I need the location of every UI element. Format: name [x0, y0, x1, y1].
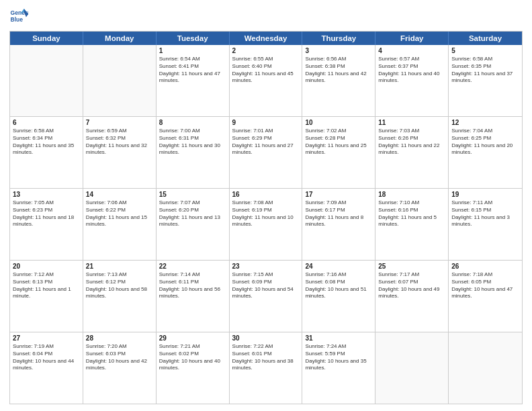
day-number: 29	[159, 334, 226, 342]
day-info: Sunrise: 6:54 AM Sunset: 6:41 PM Dayligh…	[159, 56, 226, 85]
day-info: Sunrise: 6:59 AM Sunset: 6:32 PM Dayligh…	[86, 128, 153, 156]
day-info: Sunrise: 7:19 AM Sunset: 6:04 PM Dayligh…	[13, 343, 80, 372]
cal-cell: 30Sunrise: 7:22 AM Sunset: 6:01 PM Dayli…	[230, 332, 303, 404]
cal-cell: 14Sunrise: 7:06 AM Sunset: 6:22 PM Dayli…	[83, 189, 157, 260]
cal-cell: 29Sunrise: 7:21 AM Sunset: 6:02 PM Dayli…	[157, 332, 230, 404]
cal-cell: 9Sunrise: 7:01 AM Sunset: 6:29 PM Daylig…	[230, 117, 303, 188]
cal-cell	[10, 45, 83, 116]
cal-cell: 25Sunrise: 7:17 AM Sunset: 6:07 PM Dayli…	[375, 261, 449, 332]
header-day-tuesday: Tuesday	[157, 32, 230, 45]
day-info: Sunrise: 7:13 AM Sunset: 6:12 PM Dayligh…	[86, 271, 153, 300]
page: General Blue SundayMondayTuesdayWednesda…	[0, 0, 532, 411]
day-number: 9	[232, 119, 300, 126]
day-number: 26	[451, 263, 519, 270]
cal-cell: 7Sunrise: 6:59 AM Sunset: 6:32 PM Daylig…	[83, 117, 157, 188]
day-number: 3	[305, 47, 372, 54]
day-info: Sunrise: 7:07 AM Sunset: 6:20 PM Dayligh…	[159, 199, 226, 228]
week-row-2: 6Sunrise: 6:58 AM Sunset: 6:34 PM Daylig…	[10, 117, 522, 189]
day-info: Sunrise: 6:58 AM Sunset: 6:35 PM Dayligh…	[451, 56, 519, 85]
day-info: Sunrise: 7:24 AM Sunset: 5:59 PM Dayligh…	[305, 343, 372, 372]
cal-cell: 21Sunrise: 7:13 AM Sunset: 6:12 PM Dayli…	[83, 261, 157, 332]
cal-cell	[449, 332, 522, 404]
week-row-5: 27Sunrise: 7:19 AM Sunset: 6:04 PM Dayli…	[10, 332, 522, 404]
day-info: Sunrise: 7:15 AM Sunset: 6:09 PM Dayligh…	[232, 271, 300, 300]
cal-cell: 22Sunrise: 7:14 AM Sunset: 6:11 PM Dayli…	[157, 261, 230, 332]
calendar: SundayMondayTuesdayWednesdayThursdayFrid…	[9, 31, 523, 404]
day-info: Sunrise: 7:10 AM Sunset: 6:16 PM Dayligh…	[378, 199, 445, 228]
day-info: Sunrise: 7:17 AM Sunset: 6:07 PM Dayligh…	[378, 271, 445, 300]
day-number: 16	[232, 191, 300, 198]
header-day-thursday: Thursday	[302, 32, 375, 45]
day-info: Sunrise: 7:00 AM Sunset: 6:31 PM Dayligh…	[159, 128, 226, 156]
day-info: Sunrise: 6:57 AM Sunset: 6:37 PM Dayligh…	[378, 56, 445, 85]
day-number: 23	[232, 263, 300, 270]
day-number: 18	[378, 191, 445, 198]
cal-cell: 17Sunrise: 7:09 AM Sunset: 6:17 PM Dayli…	[302, 189, 375, 260]
cal-cell: 2Sunrise: 6:55 AM Sunset: 6:40 PM Daylig…	[230, 45, 303, 116]
cal-cell: 15Sunrise: 7:07 AM Sunset: 6:20 PM Dayli…	[157, 189, 230, 260]
header-day-friday: Friday	[375, 32, 449, 45]
header-day-monday: Monday	[83, 32, 157, 45]
day-info: Sunrise: 7:18 AM Sunset: 6:05 PM Dayligh…	[451, 271, 519, 300]
day-number: 17	[305, 191, 372, 198]
day-info: Sunrise: 7:03 AM Sunset: 6:26 PM Dayligh…	[378, 128, 445, 156]
day-info: Sunrise: 6:56 AM Sunset: 6:38 PM Dayligh…	[305, 56, 372, 85]
day-info: Sunrise: 7:11 AM Sunset: 6:15 PM Dayligh…	[451, 199, 519, 228]
cal-cell: 28Sunrise: 7:20 AM Sunset: 6:03 PM Dayli…	[83, 332, 157, 404]
day-info: Sunrise: 7:22 AM Sunset: 6:01 PM Dayligh…	[232, 343, 300, 372]
day-info: Sunrise: 6:58 AM Sunset: 6:34 PM Dayligh…	[13, 128, 80, 156]
cal-cell: 5Sunrise: 6:58 AM Sunset: 6:35 PM Daylig…	[449, 45, 522, 116]
day-info: Sunrise: 7:06 AM Sunset: 6:22 PM Dayligh…	[86, 199, 153, 228]
day-info: Sunrise: 6:55 AM Sunset: 6:40 PM Dayligh…	[232, 56, 300, 85]
day-number: 22	[159, 263, 226, 270]
day-number: 8	[159, 119, 226, 126]
day-info: Sunrise: 7:02 AM Sunset: 6:28 PM Dayligh…	[305, 128, 372, 156]
week-row-4: 20Sunrise: 7:12 AM Sunset: 6:13 PM Dayli…	[10, 261, 522, 332]
day-number: 15	[159, 191, 226, 198]
day-number: 30	[232, 334, 300, 342]
cal-cell: 16Sunrise: 7:08 AM Sunset: 6:19 PM Dayli…	[230, 189, 303, 260]
day-number: 21	[86, 263, 153, 270]
day-number: 12	[451, 119, 519, 126]
cal-cell: 27Sunrise: 7:19 AM Sunset: 6:04 PM Dayli…	[10, 332, 83, 404]
day-number: 10	[305, 119, 372, 126]
day-info: Sunrise: 7:14 AM Sunset: 6:11 PM Dayligh…	[159, 271, 226, 300]
cal-cell: 4Sunrise: 6:57 AM Sunset: 6:37 PM Daylig…	[375, 45, 449, 116]
day-info: Sunrise: 7:21 AM Sunset: 6:02 PM Dayligh…	[159, 343, 226, 372]
cal-cell: 18Sunrise: 7:10 AM Sunset: 6:16 PM Dayli…	[375, 189, 449, 260]
day-number: 20	[13, 263, 80, 270]
day-number: 11	[378, 119, 445, 126]
day-number: 14	[86, 191, 153, 198]
calendar-header: SundayMondayTuesdayWednesdayThursdayFrid…	[10, 32, 522, 45]
cal-cell: 13Sunrise: 7:05 AM Sunset: 6:23 PM Dayli…	[10, 189, 83, 260]
day-number: 28	[86, 334, 153, 342]
calendar-body: 1Sunrise: 6:54 AM Sunset: 6:41 PM Daylig…	[10, 45, 522, 404]
header: General Blue	[9, 7, 523, 26]
cal-cell: 3Sunrise: 6:56 AM Sunset: 6:38 PM Daylig…	[302, 45, 375, 116]
cal-cell: 26Sunrise: 7:18 AM Sunset: 6:05 PM Dayli…	[449, 261, 522, 332]
day-number: 13	[13, 191, 80, 198]
day-number: 24	[305, 263, 372, 270]
day-number: 4	[378, 47, 445, 54]
cal-cell	[83, 45, 157, 116]
cal-cell: 23Sunrise: 7:15 AM Sunset: 6:09 PM Dayli…	[230, 261, 303, 332]
header-day-saturday: Saturday	[449, 32, 522, 45]
cal-cell: 31Sunrise: 7:24 AM Sunset: 5:59 PM Dayli…	[302, 332, 375, 404]
day-number: 7	[86, 119, 153, 126]
cal-cell: 1Sunrise: 6:54 AM Sunset: 6:41 PM Daylig…	[157, 45, 230, 116]
cal-cell	[375, 332, 449, 404]
cal-cell: 8Sunrise: 7:00 AM Sunset: 6:31 PM Daylig…	[157, 117, 230, 188]
day-number: 2	[232, 47, 300, 54]
cal-cell: 12Sunrise: 7:04 AM Sunset: 6:25 PM Dayli…	[449, 117, 522, 188]
cal-cell: 24Sunrise: 7:16 AM Sunset: 6:08 PM Dayli…	[302, 261, 375, 332]
day-info: Sunrise: 7:08 AM Sunset: 6:19 PM Dayligh…	[232, 199, 300, 228]
day-info: Sunrise: 7:09 AM Sunset: 6:17 PM Dayligh…	[305, 199, 372, 228]
week-row-3: 13Sunrise: 7:05 AM Sunset: 6:23 PM Dayli…	[10, 189, 522, 261]
day-info: Sunrise: 7:04 AM Sunset: 6:25 PM Dayligh…	[451, 128, 519, 156]
header-day-wednesday: Wednesday	[230, 32, 303, 45]
header-day-sunday: Sunday	[10, 32, 83, 45]
day-number: 25	[378, 263, 445, 270]
cal-cell: 11Sunrise: 7:03 AM Sunset: 6:26 PM Dayli…	[375, 117, 449, 188]
day-number: 27	[13, 334, 80, 342]
day-number: 19	[451, 191, 519, 198]
